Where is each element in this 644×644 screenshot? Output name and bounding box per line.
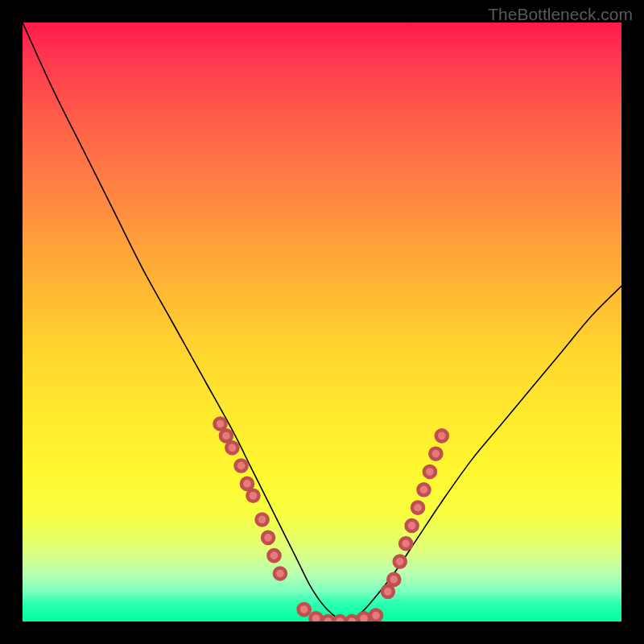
- chart-container: TheBottleneck.com: [0, 0, 644, 644]
- data-marker: [322, 616, 333, 621]
- data-marker: [436, 430, 448, 441]
- curve-layer: [23, 23, 621, 621]
- data-marker: [400, 538, 411, 549]
- data-marker: [235, 460, 246, 471]
- curve-svg: [23, 23, 621, 621]
- data-marker: [382, 586, 394, 597]
- data-marker: [418, 484, 429, 495]
- bottleneck-curve: [23, 23, 621, 621]
- data-marker: [242, 478, 253, 489]
- marker-cluster-bottom: [299, 604, 382, 621]
- data-marker: [388, 574, 399, 585]
- data-marker: [247, 490, 258, 502]
- data-marker: [430, 448, 441, 460]
- data-marker: [262, 532, 274, 543]
- data-marker: [257, 514, 268, 525]
- data-marker: [221, 430, 232, 441]
- data-marker: [424, 466, 436, 477]
- data-marker: [268, 550, 279, 561]
- data-marker: [310, 613, 321, 621]
- watermark-text: TheBottleneck.com: [488, 5, 633, 24]
- marker-cluster-right: [382, 430, 448, 597]
- data-marker: [226, 442, 237, 453]
- marker-cluster-left: [214, 418, 286, 579]
- data-marker: [358, 613, 369, 621]
- data-marker: [394, 556, 406, 568]
- data-marker: [334, 616, 345, 621]
- data-marker: [346, 616, 357, 621]
- data-marker: [275, 568, 286, 579]
- data-marker: [214, 418, 225, 429]
- data-marker: [370, 609, 382, 621]
- data-marker: [299, 604, 310, 615]
- data-marker: [412, 502, 423, 514]
- data-marker: [407, 520, 418, 531]
- plot-area: [23, 23, 621, 621]
